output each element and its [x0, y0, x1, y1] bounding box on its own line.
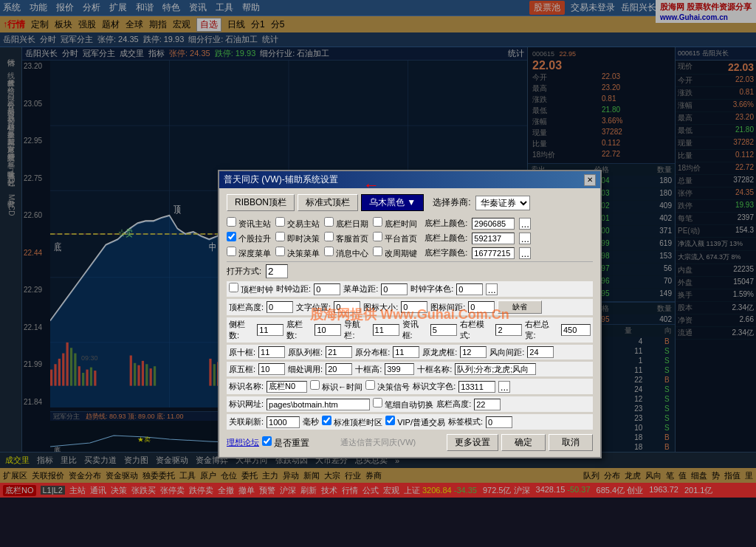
broker-dropdown: 选择券商: 华秦证券 [433, 196, 529, 210]
side-col-input[interactable] [257, 324, 284, 336]
refresh-row: 关联刷新: 毫秒 标准顶栏时区 VIP/普通交易 标签模式: [227, 414, 593, 430]
cb-dinglanshizhong[interactable] [229, 283, 238, 292]
news-frame-input[interactable] [430, 324, 457, 336]
color-font-input[interactable] [472, 247, 515, 259]
checkbox-row-2: 个股拉升 即时决策 客服首页 平台首页 底栏上颜色: ... [227, 232, 593, 244]
menu-margin-input[interactable] [381, 283, 408, 295]
color-top-input[interactable] [472, 218, 515, 230]
frame10-height-input[interactable] [385, 363, 414, 375]
mark-row: 标识名称: 标识←时间 决策信号 标识文字色: ... [227, 379, 593, 394]
frame-row-4: 原十框: 原队列框: 原分布框: 原龙虎框: 风向间距: [227, 345, 593, 359]
cb-zixunzhuzhan[interactable] [227, 217, 236, 227]
cancel-button[interactable]: 取消 [549, 434, 593, 451]
cb-gaizhouqijian[interactable] [373, 247, 382, 256]
bot-height-input[interactable] [474, 399, 501, 410]
default-btn[interactable]: 缺省 [498, 300, 542, 314]
tag-mode-input[interactable] [486, 416, 512, 428]
dragon-frame-input[interactable] [460, 346, 487, 358]
dialog-title: 普天同庆 (VW)-辅助系统设置 [224, 173, 338, 186]
cb-reset[interactable] [262, 436, 272, 446]
right-mode-input[interactable] [495, 324, 522, 336]
wumu-tab-button[interactable]: 乌木黑色 ▼ [361, 194, 424, 211]
broker-select[interactable]: 华秦证券 [475, 196, 530, 210]
queue-frame-input[interactable] [326, 346, 352, 358]
cb-dilanshijian[interactable] [373, 217, 382, 227]
mark-color-btn[interactable]: ... [498, 381, 510, 393]
right-width-input[interactable] [561, 324, 591, 336]
dialog-close-button[interactable]: ✕ [584, 174, 596, 186]
cb-xiaoxizhongxin[interactable] [324, 247, 334, 256]
more-settings-button[interactable]: 更多设置 [447, 434, 498, 451]
clock-row: 顶栏时钟 时钟边距: 菜单边距: 时钟字体色: ... [227, 281, 593, 297]
nav-col-input[interactable] [373, 324, 399, 336]
dialog-footer: 理想论坛 是否重置 通达信普天同庆(VW) 更多设置 确定 取消 [227, 434, 593, 451]
checkbox-row-1: 资讯主站 交易主站 底栏日期 底栏时间 底栏上颜色: ... [227, 217, 593, 230]
standard-tab-button[interactable]: 标准式顶栏 [298, 194, 358, 211]
open-method-input[interactable] [266, 264, 288, 278]
height-row: 顶栏高度: 文字位置: 图标大小: 图标间距: 缺省 [227, 299, 593, 315]
color-font-btn[interactable]: ... [519, 247, 531, 259]
checkbox-row-3: 深度菜单 决策菜单 消息中心 改周期键 底栏字颜色: ... [227, 247, 593, 259]
settings-dialog: 普天同庆 (VW)-辅助系统设置 ✕ RIBBON顶栏 标准式顶栏 乌木黑色 ▼… [218, 170, 602, 458]
mark-color-input[interactable] [458, 381, 495, 393]
frame10-name-input[interactable] [455, 363, 536, 375]
cb-dilanriqi[interactable] [324, 217, 334, 227]
dialog-toolbar: RIBBON顶栏 标准式顶栏 乌木黑色 ▼ 选择券商: 华秦证券 [227, 194, 593, 211]
cb-shenducaidan[interactable] [227, 247, 236, 256]
icon-size-input[interactable] [401, 301, 427, 313]
cb-auto-switch[interactable] [373, 398, 382, 407]
cb-pingtai[interactable] [373, 232, 382, 241]
color-top2-btn[interactable]: ... [519, 233, 531, 244]
text-pos-input[interactable] [334, 301, 360, 313]
cb-juece-signal[interactable] [365, 380, 375, 390]
frame10-input[interactable] [258, 346, 285, 358]
clock-margin-input[interactable] [314, 283, 340, 295]
refresh-input[interactable] [267, 416, 300, 428]
clock-color-input[interactable] [456, 283, 483, 295]
top-height-input[interactable] [267, 301, 293, 313]
icon-gap-input[interactable] [468, 301, 495, 313]
cb-mark-time[interactable] [310, 380, 320, 390]
ribbon-tab-button[interactable]: RIBBON顶栏 [227, 194, 295, 211]
dialog-overlay: ← 普天同庆 (VW)-辅助系统设置 ✕ RIBBON顶栏 标准式顶栏 乌木黑色… [0, 0, 756, 547]
cb-jiaoyizhuzhan[interactable] [275, 217, 285, 227]
red-arrow-icon: ← [363, 176, 379, 195]
frame-row-5: 原五框: 细处调用: 十框高: 十框名称: [227, 362, 593, 376]
detail-call-input[interactable] [326, 363, 352, 375]
frame5-input[interactable] [258, 363, 285, 375]
color-top-btn[interactable]: ... [519, 218, 531, 230]
bot-col-input[interactable] [315, 324, 341, 336]
url-input[interactable] [267, 399, 370, 410]
cb-jishijuece[interactable] [275, 232, 285, 241]
tongdaxin-label: 通达信普天同庆(VW) [312, 437, 444, 448]
cb-vip-trade[interactable] [385, 416, 395, 425]
cb-gekulasheng[interactable] [227, 232, 236, 241]
color-top2-input[interactable] [472, 233, 515, 244]
column-count-row: 侧栏数: 底栏数: 导航栏: 资讯框: 右栏模式: 右栏总宽: [227, 317, 593, 343]
dialog-body: RIBBON顶栏 标准式顶栏 乌木黑色 ▼ 选择券商: 华秦证券 资讯主站 交易… [219, 188, 600, 457]
mark-name-input[interactable] [267, 381, 307, 393]
lixiang-link[interactable]: 理想论坛 [227, 437, 259, 448]
dist-frame-input[interactable] [393, 346, 419, 358]
url-row: 标识网址: 笔细自动切换 底栏高度: [227, 396, 593, 412]
cb-standard-timezone[interactable] [322, 416, 331, 425]
cb-juecaidan[interactable] [275, 247, 285, 256]
open-method-row: 打开方式: [227, 261, 593, 278]
clock-color-btn[interactable]: ... [486, 283, 498, 295]
ok-button[interactable]: 确定 [501, 434, 546, 451]
dialog-titlebar: 普天同庆 (VW)-辅助系统设置 ✕ [219, 171, 600, 188]
wind-gap-input[interactable] [527, 346, 554, 358]
cb-kefu[interactable] [324, 232, 334, 241]
